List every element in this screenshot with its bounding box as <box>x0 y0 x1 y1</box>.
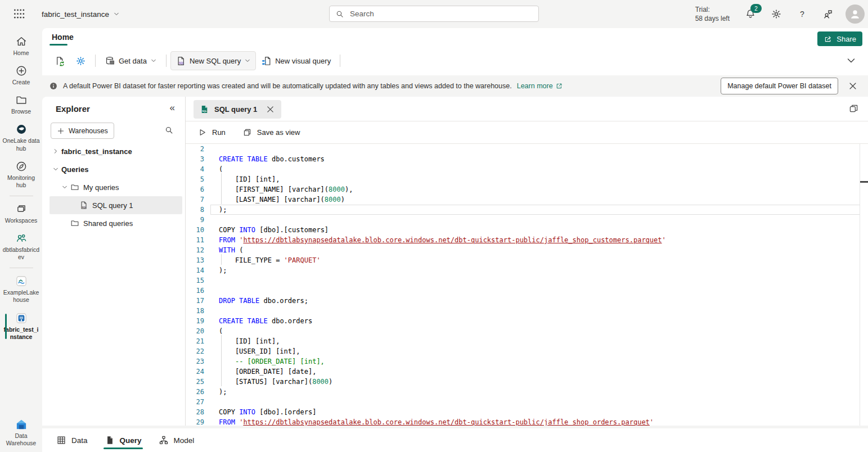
line-number: 8 <box>186 206 204 214</box>
code-line-14[interactable]: 14); <box>186 265 868 275</box>
ribbon-collapse-chevron-icon[interactable] <box>845 55 857 66</box>
code-line-text: COPY INTO [dbo].[customers] <box>219 225 329 235</box>
code-line-8[interactable]: 8); <box>186 205 868 215</box>
code-line-20[interactable]: 20( <box>186 326 868 336</box>
chevron-right-icon <box>52 148 59 155</box>
rail-item-dbtlabsfabricdev[interactable]: dbtlabsfabricdev <box>1 228 42 265</box>
share-button[interactable]: Share <box>817 31 862 46</box>
global-search[interactable] <box>329 6 539 22</box>
code-line-12[interactable]: 12WITH ( <box>186 245 868 255</box>
code-line-text: FROM 'https://dbtlabsynapsedatalake.blob… <box>219 417 654 426</box>
gear-icon <box>771 8 782 20</box>
indent-guide <box>221 254 222 265</box>
line-number: 22 <box>186 347 204 355</box>
save-as-view-button[interactable]: Save as view <box>242 128 300 137</box>
rail-item-data-warehouse[interactable]: Data Warehouse <box>1 414 42 451</box>
code-line-22[interactable]: 22 [USER_ID] [int], <box>186 346 868 356</box>
rail-item-label: dbtlabsfabricdev <box>3 246 40 261</box>
tab-close-icon[interactable] <box>266 105 275 114</box>
chevron-down-icon <box>150 57 157 64</box>
code-line-16[interactable]: 16 <box>186 286 868 296</box>
tree-item-sql-query-1[interactable]: SQLSQL query 1 <box>42 196 185 214</box>
code-line-10[interactable]: 10COPY INTO [dbo].[customers] <box>186 225 868 235</box>
rail-item-label: Browse <box>11 108 31 115</box>
manage-default-dataset-button[interactable]: Manage default Power BI dataset <box>721 78 838 94</box>
code-line-24[interactable]: 24 [ORDER_DATE] [date], <box>186 367 868 377</box>
code-line-6[interactable]: 6 [FIRST_NAME] [varchar](8000), <box>186 184 868 195</box>
view-tab-query[interactable]: Query <box>105 428 142 452</box>
notifications-button[interactable]: 2 <box>742 6 759 22</box>
rail-item-fabric-test-instance[interactable]: fabric_test_instance <box>1 308 42 345</box>
code-line-18[interactable]: 18 <box>186 306 868 316</box>
explorer-search-icon[interactable] <box>164 125 174 135</box>
view-tab-data[interactable]: Data <box>56 428 88 452</box>
refresh-button[interactable] <box>50 51 70 70</box>
tree-item-fabric-test-instance[interactable]: fabric_test_instance <box>42 142 185 160</box>
rail-item-monitoring-hub[interactable]: Monitoring hub <box>1 156 42 193</box>
code-line-26[interactable]: 26); <box>186 387 868 397</box>
editor-scrollbar-marker[interactable] <box>860 181 868 183</box>
product-switcher[interactable]: fabric_test_instance <box>42 0 120 28</box>
line-number: 14 <box>186 266 204 274</box>
search-input[interactable] <box>349 9 533 19</box>
settings-button[interactable] <box>768 6 785 22</box>
run-button[interactable]: Run <box>197 128 226 137</box>
help-button[interactable]: ? <box>794 6 811 22</box>
code-line-29[interactable]: 29FROM 'https://dbtlabsynapsedatalake.bl… <box>186 417 868 426</box>
code-line-27[interactable]: 27 <box>186 397 868 407</box>
query-tab-sql-query-1[interactable]: SQL SQL query 1 <box>194 100 281 119</box>
rail-item-label: Monitoring hub <box>3 174 40 189</box>
code-line-3[interactable]: 3CREATE TABLE dbo.customers <box>186 154 868 164</box>
code-line-13[interactable]: 13 FILE_TYPE = 'PARQUET' <box>186 255 868 265</box>
tree-item-queries[interactable]: Queries <box>42 160 185 178</box>
new-visual-query-button[interactable]: New visual query <box>256 51 336 70</box>
line-number: 17 <box>186 297 204 305</box>
explorer-collapse-button[interactable]: « <box>170 103 175 112</box>
folder-icon <box>70 219 79 228</box>
data-grid-icon <box>56 435 66 445</box>
editor-scrollbar-track <box>860 144 860 426</box>
code-line-23[interactable]: 23 -- [ORDER_DATE] [int], <box>186 356 868 367</box>
view-tab-model[interactable]: Model <box>159 428 195 452</box>
sql-code-editor[interactable]: 23CREATE TABLE dbo.customers4(5 [ID] [in… <box>186 144 868 426</box>
code-line-19[interactable]: 19CREATE TABLE dbo.orders <box>186 316 868 326</box>
copy-icon[interactable] <box>848 103 859 114</box>
rail-item-examplelakehouse[interactable]: ExampleLakehouse <box>1 271 42 308</box>
code-line-28[interactable]: 28COPY INTO [dbo].[orders] <box>186 407 868 417</box>
add-warehouses-button[interactable]: Warehouses <box>51 123 114 139</box>
code-line-9[interactable]: 9 <box>186 215 868 225</box>
feedback-button[interactable] <box>820 6 836 22</box>
indent-guide <box>221 335 222 346</box>
get-data-button[interactable]: Get data <box>100 51 162 70</box>
rail-item-browse[interactable]: Browse <box>1 90 42 119</box>
learn-more-link[interactable]: Learn more <box>517 82 563 90</box>
tab-home[interactable]: Home <box>48 31 78 43</box>
code-line-5[interactable]: 5 [ID] [int], <box>186 174 868 184</box>
rail-item-onelake-data-hub[interactable]: OneLake data hub <box>1 119 42 156</box>
code-line-15[interactable]: 15 <box>186 275 868 286</box>
rail-divider <box>10 196 33 196</box>
new-sql-query-button[interactable]: SQL New SQL query <box>170 51 256 70</box>
indent-guide <box>221 183 222 194</box>
view-tab-label: Data <box>71 436 88 445</box>
workspaces-icon <box>15 203 28 215</box>
rail-item-home[interactable]: Home <box>1 31 42 61</box>
app-launcher-icon[interactable] <box>12 7 26 21</box>
tree-item-my-queries[interactable]: My queries <box>42 178 185 196</box>
code-line-2[interactable]: 2 <box>186 144 868 154</box>
rail-item-create[interactable]: Create <box>1 61 42 90</box>
banner-close-icon[interactable] <box>848 81 858 91</box>
top-header: fabric_test_instance Trial: 58 days left… <box>0 0 868 28</box>
rail-item-workspaces[interactable]: Workspaces <box>1 199 42 228</box>
code-line-7[interactable]: 7 [LAST_NAME] [varchar](8000) <box>186 195 868 205</box>
code-line-11[interactable]: 11FROM 'https://dbtlabsynapsedatalake.bl… <box>186 235 868 245</box>
tree-item-shared-queries[interactable]: Shared queries <box>42 214 185 232</box>
warehouse-settings-button[interactable] <box>70 51 91 70</box>
tab-home-underline <box>50 44 68 46</box>
code-line-4[interactable]: 4( <box>186 164 868 174</box>
code-line-17[interactable]: 17DROP TABLE dbo.orders; <box>186 296 868 306</box>
code-line-21[interactable]: 21 [ID] [int], <box>186 336 868 346</box>
view-switcher: DataQueryModel <box>42 428 868 452</box>
account-avatar[interactable] <box>845 4 865 24</box>
code-line-25[interactable]: 25 [STATUS] [varchar](8000) <box>186 377 868 387</box>
